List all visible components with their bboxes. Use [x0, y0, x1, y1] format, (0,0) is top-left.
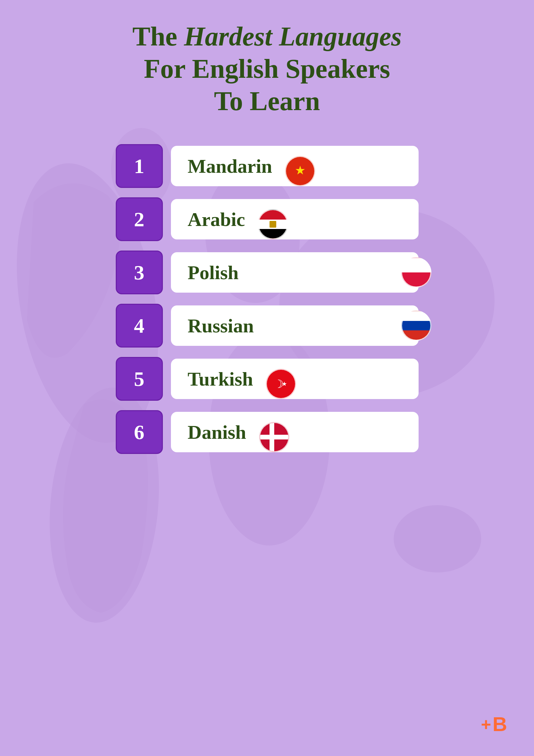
- list-item-1: 1 Mandarin: [116, 144, 419, 188]
- rank-box-3: 3: [116, 251, 163, 294]
- language-name-4: Russian: [188, 315, 254, 337]
- rank-box-5: 5: [116, 357, 163, 401]
- rank-number-1: 1: [134, 154, 144, 178]
- flag-denmark: [259, 422, 289, 452]
- rank-number-4: 4: [134, 314, 144, 338]
- flag-turkey: [266, 369, 296, 399]
- title-line-1: The Hardest Languages: [132, 20, 401, 53]
- language-card-6: Danish: [171, 412, 419, 452]
- title-line-3: To Learn: [132, 85, 401, 117]
- flag-china: [285, 156, 315, 186]
- brand-plus-icon: +: [481, 714, 491, 734]
- language-card-4: Russian: [171, 305, 419, 346]
- language-name-1: Mandarin: [188, 155, 272, 177]
- language-name-3: Polish: [188, 261, 239, 284]
- rank-number-2: 2: [134, 207, 144, 231]
- title-line2-text: For English Speakers: [144, 54, 390, 84]
- list-item-3: 3 Polish: [116, 251, 419, 294]
- language-name-6: Danish: [188, 421, 246, 443]
- branding: +B: [481, 713, 507, 736]
- list-item-2: 2 Arabic: [116, 197, 419, 241]
- svg-point-5: [394, 505, 481, 572]
- flag-russia: [401, 310, 431, 341]
- flag-egypt: [258, 209, 288, 239]
- flag-poland: [401, 257, 431, 288]
- rank-box-1: 1: [116, 144, 163, 188]
- list-item-6: 6 Danish: [116, 410, 419, 454]
- title-normal-text: The: [132, 22, 184, 51]
- language-card-3: Polish: [171, 252, 419, 293]
- list-item-5: 5 Turkish: [116, 357, 419, 401]
- rank-number-5: 5: [134, 367, 144, 391]
- rank-box-4: 4: [116, 304, 163, 348]
- brand-b-letter: B: [493, 713, 507, 736]
- title-italic-text: Hardest Languages: [184, 22, 402, 51]
- title-line3-text: To Learn: [214, 86, 320, 116]
- language-card-5: Turkish: [171, 359, 419, 399]
- title-line-2: For English Speakers: [132, 53, 401, 85]
- language-list: 1 Mandarin 2 Arabic 3 Polish: [116, 144, 419, 454]
- rank-number-6: 6: [134, 420, 144, 444]
- list-item-4: 4 Russian: [116, 304, 419, 348]
- language-name-2: Arabic: [188, 208, 245, 231]
- rank-box-6: 6: [116, 410, 163, 454]
- language-name-5: Turkish: [188, 368, 253, 390]
- rank-box-2: 2: [116, 197, 163, 241]
- title-section: The Hardest Languages For English Speake…: [132, 20, 401, 117]
- language-card-2: Arabic: [171, 199, 419, 239]
- language-card-1: Mandarin: [171, 146, 419, 186]
- main-content: The Hardest Languages For English Speake…: [0, 0, 534, 454]
- rank-number-3: 3: [134, 261, 144, 285]
